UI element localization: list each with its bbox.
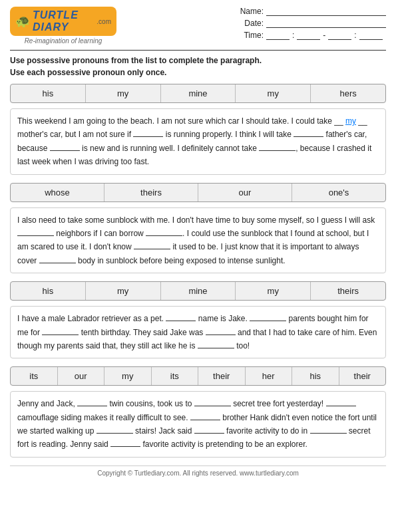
word-mine-2: mine xyxy=(161,282,236,300)
word-her: her xyxy=(246,367,293,385)
word-our-2: our xyxy=(58,367,105,385)
blank-4h[interactable] xyxy=(110,438,140,447)
blank-2d[interactable] xyxy=(39,254,76,263)
word-his-1: his xyxy=(11,84,86,102)
word-his-2: his xyxy=(11,282,86,300)
time-sep1: : xyxy=(292,31,294,40)
section4-word-bank: its our my its their her his their xyxy=(10,366,386,386)
blank-4a[interactable] xyxy=(77,397,107,406)
word-mine-1: mine xyxy=(161,84,236,102)
section4-paragraph: Jenny and Jack, twin cousins, took us to… xyxy=(10,391,386,458)
blank-3c[interactable] xyxy=(42,326,79,335)
word-its-1: its xyxy=(11,367,58,385)
blank-3b[interactable] xyxy=(250,312,286,321)
divider xyxy=(10,50,386,51)
turtle-icon: 🐢 xyxy=(15,14,30,29)
instruction-line1: Use possessive pronouns from the list to… xyxy=(10,55,386,66)
answer-my: my xyxy=(345,116,356,126)
blank-2c[interactable] xyxy=(134,240,170,249)
logo-tagline: Re-imagination of learning xyxy=(25,37,102,45)
blank-4d[interactable] xyxy=(190,411,220,420)
logo-box: 🐢 TURTLE DIARY .com xyxy=(10,7,116,36)
blank-2b[interactable] xyxy=(146,227,182,236)
word-their-2: their xyxy=(339,367,386,385)
word-its-2: its xyxy=(152,367,199,385)
footer: Copyright © Turtlediary.com. All rights … xyxy=(10,466,386,477)
word-our-1: our xyxy=(198,184,292,201)
section3: his my mine my theirs I have a male Labr… xyxy=(10,281,386,358)
word-whose: whose xyxy=(11,184,104,201)
name-field[interactable] xyxy=(266,7,386,16)
word-my-4: my xyxy=(236,282,311,300)
section3-word-bank: his my mine my theirs xyxy=(10,281,386,301)
blank-4b[interactable] xyxy=(194,397,231,406)
word-my-2: my xyxy=(236,84,311,102)
section3-paragraph: I have a male Labrador retriever as a pe… xyxy=(10,306,386,358)
blank-4g[interactable] xyxy=(310,424,347,434)
blank-1c[interactable] xyxy=(50,142,80,151)
word-my-5: my xyxy=(104,367,152,385)
word-his-3: his xyxy=(292,367,339,385)
name-label: Name: xyxy=(237,7,264,16)
blank-1a[interactable] xyxy=(133,128,163,137)
section1-paragraph: This weekend I am going to the beach. I … xyxy=(10,108,386,175)
blank-3d[interactable] xyxy=(206,326,236,335)
header: 🐢 TURTLE DIARY .com Re-imagination of le… xyxy=(10,7,386,45)
section2: whose theirs our one's I also need to ta… xyxy=(10,183,386,274)
time-field-3[interactable] xyxy=(328,31,351,40)
blank-2a[interactable] xyxy=(17,227,54,236)
logo-text: TURTLE DIARY xyxy=(33,9,94,33)
logo-area: 🐢 TURTLE DIARY .com Re-imagination of le… xyxy=(10,7,116,45)
time-sep2: - xyxy=(323,31,325,40)
instruction-line2: Use each possessive pronoun only once. xyxy=(10,66,386,78)
section2-word-bank: whose theirs our one's xyxy=(10,183,386,202)
date-row: Date: xyxy=(237,19,386,28)
time-field-2[interactable] xyxy=(297,31,320,40)
time-label: Time: xyxy=(237,31,264,40)
blank-3e[interactable] xyxy=(198,339,234,348)
word-my-3: my xyxy=(86,282,161,300)
time-field-1[interactable] xyxy=(266,31,290,40)
blank-4c[interactable] xyxy=(326,397,356,406)
word-theirs-1: theirs xyxy=(104,184,198,201)
section1: his my mine my hers This weekend I am go… xyxy=(10,84,386,175)
section1-word-bank: his my mine my hers xyxy=(10,84,386,103)
name-row: Name: xyxy=(237,7,386,16)
footer-text: Copyright © Turtlediary.com. All rights … xyxy=(97,469,299,477)
time-field-4[interactable] xyxy=(359,31,383,40)
section4: its our my its their her his their Jenny… xyxy=(10,366,386,458)
logo-com: .com xyxy=(97,18,111,25)
word-hers-1: hers xyxy=(311,84,385,102)
instructions: Use possessive pronouns from the list to… xyxy=(10,55,386,78)
blank-1b[interactable] xyxy=(294,128,323,137)
form-fields: Name: Date: Time: : - : xyxy=(237,7,386,40)
blank-3a[interactable] xyxy=(166,312,196,321)
blank-1d[interactable] xyxy=(259,142,296,151)
section2-paragraph: I also need to take some sunblock with m… xyxy=(10,207,386,274)
word-their-1: their xyxy=(198,367,246,385)
word-theirs-2: theirs xyxy=(311,282,385,300)
date-field[interactable] xyxy=(266,19,386,28)
blank-4f[interactable] xyxy=(194,424,224,434)
blank-4e[interactable] xyxy=(97,424,133,434)
time-row: Time: : - : xyxy=(237,31,386,40)
word-ones: one's xyxy=(292,184,385,201)
date-label: Date: xyxy=(237,19,264,28)
time-sep3: : xyxy=(354,31,356,40)
word-my-1: my xyxy=(86,84,161,102)
